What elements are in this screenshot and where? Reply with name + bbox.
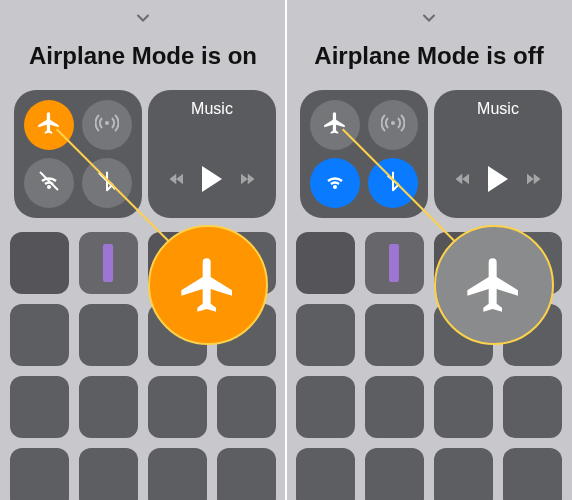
wifi-toggle[interactable] [310, 158, 360, 208]
highlight-airplane-off [434, 225, 554, 345]
airplane-toggle[interactable] [24, 100, 74, 150]
wifi-off-icon [37, 169, 61, 197]
connectivity-group[interactable] [300, 90, 428, 218]
connectivity-group[interactable] [14, 90, 142, 218]
rewind-button[interactable] [452, 170, 474, 188]
rewind-button[interactable] [166, 170, 188, 188]
panel-airplane-on: Airplane Mode is on [0, 0, 286, 500]
bluetooth-toggle[interactable] [82, 158, 132, 208]
wifi-icon [323, 169, 347, 197]
airplane-icon [322, 110, 348, 140]
highlight-airplane-on [148, 225, 268, 345]
music-group[interactable]: Music [434, 90, 562, 218]
airplane-icon [176, 253, 240, 317]
forward-button[interactable] [522, 170, 544, 188]
chevron-down-icon[interactable] [416, 8, 442, 28]
panel-title-left: Airplane Mode is on [0, 42, 286, 70]
music-label: Music [148, 100, 276, 118]
panel-title-right: Airplane Mode is off [286, 42, 572, 70]
cellular-toggle[interactable] [82, 100, 132, 150]
airplane-toggle[interactable] [310, 100, 360, 150]
bluetooth-toggle[interactable] [368, 158, 418, 208]
wifi-toggle[interactable] [24, 158, 74, 208]
cellular-icon [381, 111, 405, 139]
play-button[interactable] [488, 166, 508, 192]
cellular-toggle[interactable] [368, 100, 418, 150]
panel-divider [285, 0, 287, 500]
airplane-icon [462, 253, 526, 317]
airplane-icon [36, 110, 62, 140]
forward-button[interactable] [236, 170, 258, 188]
panel-airplane-off: Airplane Mode is off [286, 0, 572, 500]
chevron-down-icon[interactable] [130, 8, 156, 28]
cellular-icon [95, 111, 119, 139]
play-button[interactable] [202, 166, 222, 192]
music-label: Music [434, 100, 562, 118]
music-group[interactable]: Music [148, 90, 276, 218]
